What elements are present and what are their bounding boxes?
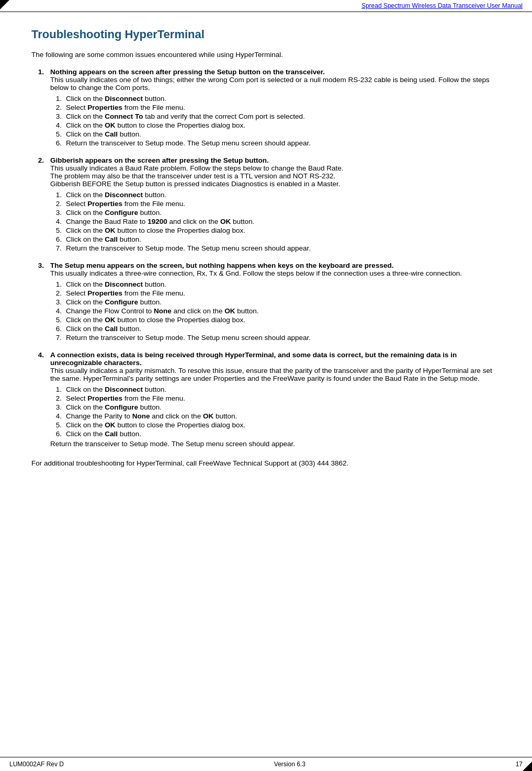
step-text: Select Properties from the File menu. bbox=[66, 200, 185, 208]
step-num: 5. bbox=[50, 421, 62, 429]
page-footer: LUM0002AF Rev D Version 6.3 17 bbox=[0, 757, 532, 771]
steps-list-3: 1.Click on the Disconnect button.2.Selec… bbox=[50, 280, 501, 342]
step-num: 1. bbox=[50, 95, 62, 103]
step-text: Click on the Disconnect button. bbox=[66, 191, 166, 199]
header-title-link[interactable]: Spread Spectrum Wireless Data Transceive… bbox=[361, 2, 523, 9]
step-text: Select Properties from the File menu. bbox=[66, 394, 185, 402]
step-num: 4. bbox=[50, 218, 62, 225]
additional-note: For additional troubleshooting for Hyper… bbox=[31, 459, 501, 467]
issue-body-4: A connection exists, data is being recei… bbox=[50, 351, 501, 448]
issue-num-4: 4. bbox=[31, 351, 44, 448]
step-item: 1.Click on the Disconnect button. bbox=[50, 280, 501, 288]
issue-body-3: The Setup menu appears on the screen, bu… bbox=[50, 262, 501, 343]
step-num: 2. bbox=[50, 289, 62, 297]
page-title: Troubleshooting HyperTerminal bbox=[31, 28, 501, 41]
step-num: 2. bbox=[50, 394, 62, 402]
issue-body-text: This usually indicates a three-wire conn… bbox=[50, 269, 501, 277]
step-item: 6.Click on the Call button. bbox=[50, 325, 501, 333]
step-text: Click on the Call button. bbox=[66, 430, 141, 438]
page-header: Spread Spectrum Wireless Data Transceive… bbox=[0, 0, 532, 12]
step-text: Click on the Disconnect button. bbox=[66, 280, 166, 288]
step-item: 3.Click on the Configure button. bbox=[50, 298, 501, 306]
issue-item-3: 3.The Setup menu appears on the screen, … bbox=[31, 262, 501, 343]
steps-list-2: 1.Click on the Disconnect button.2.Selec… bbox=[50, 191, 501, 252]
step-text: Click on the Configure button. bbox=[66, 209, 162, 217]
issue-title-3: The Setup menu appears on the screen, bu… bbox=[50, 262, 501, 269]
step-num: 3. bbox=[50, 112, 62, 120]
step-item: 1.Click on the Disconnect button. bbox=[50, 386, 501, 393]
step-text: Click on the Configure button. bbox=[66, 298, 162, 306]
issue-body-text: The problem may also be that the transce… bbox=[50, 172, 501, 180]
step-text: Click on the Call button. bbox=[66, 235, 141, 243]
step-text: Change the Parity to None and click on t… bbox=[66, 412, 237, 420]
step-num: 3. bbox=[50, 298, 62, 306]
step-item: 3.Click on the Configure button. bbox=[50, 403, 501, 411]
top-left-corner-arrow bbox=[0, 0, 9, 9]
issue-num-3: 3. bbox=[31, 262, 44, 343]
step-num: 5. bbox=[50, 316, 62, 324]
step-item: 1.Click on the Disconnect button. bbox=[50, 191, 501, 199]
step-text: Return the transceiver to Setup mode. Th… bbox=[66, 244, 311, 252]
issue-body-text: This usually indicates a parity mismatch… bbox=[50, 367, 501, 382]
step-num: 2. bbox=[50, 104, 62, 111]
step-item: 4.Change the Parity to None and click on… bbox=[50, 412, 501, 420]
step-num: 1. bbox=[50, 191, 62, 199]
step-item: 6.Click on the Call button. bbox=[50, 235, 501, 243]
issue-title-2: Gibberish appears on the screen after pr… bbox=[50, 156, 501, 164]
step-item: 2.Select Properties from the File menu. bbox=[50, 394, 501, 402]
step-num: 2. bbox=[50, 200, 62, 208]
step-num: 6. bbox=[50, 235, 62, 243]
step-text: Click on the Call button. bbox=[66, 130, 141, 138]
bottom-right-corner-arrow bbox=[523, 762, 532, 771]
step-text: Click on the OK button to close the Prop… bbox=[66, 316, 245, 324]
step-text: Click on the Call button. bbox=[66, 325, 141, 333]
issue-item-2: 2.Gibberish appears on the screen after … bbox=[31, 156, 501, 253]
issue-body-2: Gibberish appears on the screen after pr… bbox=[50, 156, 501, 253]
intro-paragraph: The following are some common issues enc… bbox=[31, 51, 501, 59]
step-num: 1. bbox=[50, 280, 62, 288]
step-text: Click on the Connect To tab and verify t… bbox=[66, 112, 305, 120]
step-item: 2.Select Properties from the File menu. bbox=[50, 289, 501, 297]
step-text: Change the Baud Rate to 19200 and click … bbox=[66, 218, 254, 225]
issue-title-1: Nothing appears on the screen after pres… bbox=[50, 68, 501, 76]
issue-title-4: A connection exists, data is being recei… bbox=[50, 351, 501, 367]
step-item: 3.Click on the Configure button. bbox=[50, 209, 501, 217]
issues-list: 1.Nothing appears on the screen after pr… bbox=[31, 68, 501, 448]
step-text: Select Properties from the File menu. bbox=[66, 289, 185, 297]
step-item: 5.Click on the Call button. bbox=[50, 130, 501, 138]
after-steps-text: Return the transceiver to Setup mode. Th… bbox=[50, 440, 501, 448]
footer-right: 17 bbox=[516, 761, 523, 768]
step-item: 1.Click on the Disconnect button. bbox=[50, 95, 501, 103]
step-num: 5. bbox=[50, 130, 62, 138]
step-text: Click on the OK button to close the Prop… bbox=[66, 421, 245, 429]
step-text: Return the transceiver to Setup mode. Th… bbox=[66, 334, 311, 342]
step-item: 3.Click on the Connect To tab and verify… bbox=[50, 112, 501, 120]
step-item: 4.Click on the OK button to close the Pr… bbox=[50, 121, 501, 129]
step-text: Change the Flow Control to None and clic… bbox=[66, 307, 258, 315]
step-item: 5.Click on the OK button to close the Pr… bbox=[50, 421, 501, 429]
step-item: 4.Change the Baud Rate to 19200 and clic… bbox=[50, 218, 501, 225]
step-item: 7.Return the transceiver to Setup mode. … bbox=[50, 334, 501, 342]
step-text: Return the transceiver to Setup mode. Th… bbox=[66, 139, 311, 147]
step-item: 4.Change the Flow Control to None and cl… bbox=[50, 307, 501, 315]
step-text: Click on the OK button to close the Prop… bbox=[66, 226, 245, 234]
issue-item-4: 4.A connection exists, data is being rec… bbox=[31, 351, 501, 448]
step-item: 7.Return the transceiver to Setup mode. … bbox=[50, 244, 501, 252]
step-num: 3. bbox=[50, 403, 62, 411]
steps-list-1: 1.Click on the Disconnect button.2.Selec… bbox=[50, 95, 501, 147]
step-num: 7. bbox=[50, 244, 62, 252]
step-item: 5.Click on the OK button to close the Pr… bbox=[50, 316, 501, 324]
issue-body-text: Gibberish BEFORE the Setup button is pre… bbox=[50, 180, 501, 188]
step-num: 1. bbox=[50, 386, 62, 393]
issue-item-1: 1.Nothing appears on the screen after pr… bbox=[31, 68, 501, 148]
step-item: 2.Select Properties from the File menu. bbox=[50, 104, 501, 111]
main-content: Troubleshooting HyperTerminal The follow… bbox=[0, 12, 532, 498]
step-text: Select Properties from the File menu. bbox=[66, 104, 185, 111]
step-num: 5. bbox=[50, 226, 62, 234]
step-num: 6. bbox=[50, 430, 62, 438]
step-item: 6.Click on the Call button. bbox=[50, 430, 501, 438]
step-text: Click on the Configure button. bbox=[66, 403, 162, 411]
issue-body-text: This usually indicates one of two things… bbox=[50, 76, 501, 92]
step-num: 6. bbox=[50, 139, 62, 147]
step-num: 6. bbox=[50, 325, 62, 333]
